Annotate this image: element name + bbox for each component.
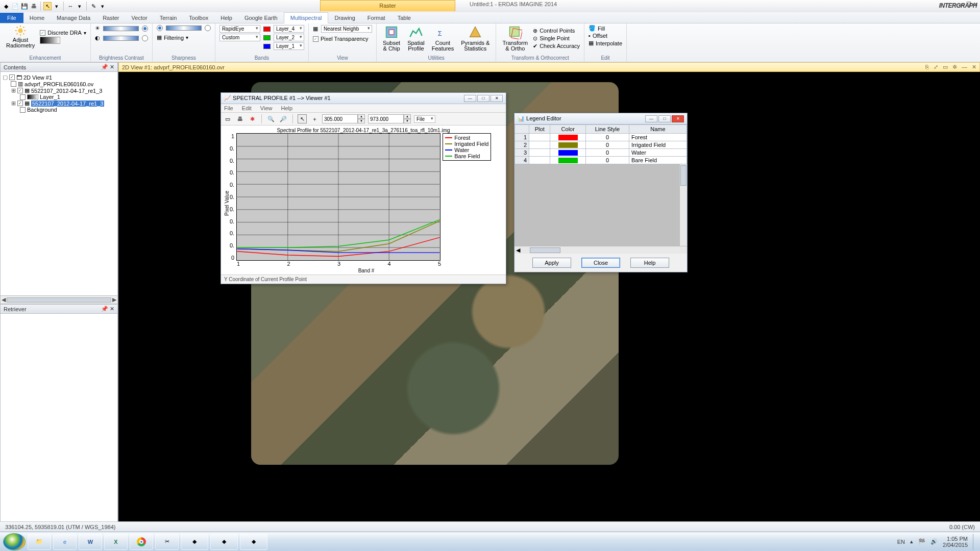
- tray-chevron-icon[interactable]: ▴: [910, 538, 913, 545]
- pin-icon[interactable]: 📌: [101, 306, 108, 312]
- x2-input[interactable]: [368, 114, 404, 123]
- sensor-dropdown[interactable]: RapidEye: [219, 25, 260, 33]
- tab-raster[interactable]: Raster: [96, 13, 125, 23]
- count-features-button[interactable]: ΣCount Features: [430, 25, 456, 52]
- gradient-icon[interactable]: [40, 37, 60, 44]
- measure-icon[interactable]: ↔: [66, 2, 75, 10]
- horizontal-scrollbar[interactable]: ◀: [514, 246, 687, 254]
- x1-spinner[interactable]: ▲▼: [322, 114, 365, 123]
- clock[interactable]: 1:05 PM2/04/2015: [943, 536, 968, 548]
- menu-view[interactable]: View: [260, 105, 273, 111]
- viewer-tool-icon[interactable]: ⎘: [925, 64, 929, 70]
- show-desktop-button[interactable]: [973, 534, 977, 550]
- legend-table[interactable]: Plot Color Line Style Name 10Forest20Irr…: [514, 124, 687, 164]
- x1-input[interactable]: [322, 114, 358, 123]
- tab-table[interactable]: Table: [391, 13, 417, 23]
- file-dropdown[interactable]: File: [414, 115, 435, 123]
- viewer-min-icon[interactable]: —: [962, 64, 967, 70]
- sharpness-radio-2[interactable]: [205, 25, 211, 31]
- tree-layer-1[interactable]: Layer_1: [2, 94, 116, 100]
- col-color[interactable]: Color: [550, 125, 586, 134]
- offset-button[interactable]: ▪Offset: [589, 33, 622, 39]
- close-button[interactable]: Close: [581, 258, 620, 268]
- adjust-radiometry-button[interactable]: Adjust Radiometry: [4, 25, 37, 48]
- ie-taskbar-icon[interactable]: e: [53, 534, 77, 550]
- tree-2d-view[interactable]: ▢✓🗔2D View #1: [2, 74, 116, 81]
- viewer-tool-icon[interactable]: ▭: [943, 64, 948, 70]
- tree-file-2[interactable]: ⊞✓▦5522107_2012-04-17_re1_3: [2, 87, 116, 94]
- tab-google-earth[interactable]: Google Earth: [238, 13, 284, 23]
- pointer-tool[interactable]: ↖: [298, 114, 307, 123]
- dropdown-icon[interactable]: ▾: [53, 2, 61, 10]
- check-accuracy-button[interactable]: ✔Check Accuracy: [533, 43, 580, 49]
- viewer-tool-icon[interactable]: ⤢: [934, 64, 938, 70]
- tab-format[interactable]: Format: [361, 13, 391, 23]
- zoom-out-icon[interactable]: 🔎: [279, 114, 288, 123]
- subset-chip-button[interactable]: Subset & Chip: [381, 25, 402, 52]
- menu-help[interactable]: Help: [281, 105, 293, 111]
- menu-file[interactable]: File: [224, 105, 233, 111]
- win-close-button[interactable]: ✕: [672, 115, 684, 122]
- chrome-taskbar-icon[interactable]: [130, 534, 153, 550]
- tab-drawing[interactable]: Drawing: [328, 13, 361, 23]
- vertical-scrollbar[interactable]: [679, 164, 687, 246]
- win-maximize-button[interactable]: □: [477, 95, 489, 102]
- viewer-settings-icon[interactable]: ✲: [952, 64, 957, 70]
- win-minimize-button[interactable]: —: [645, 115, 657, 122]
- spatial-profile-button[interactable]: Spatial Profile: [405, 25, 427, 52]
- legend-row[interactable]: 20Irrigated Field: [515, 141, 687, 149]
- tab-manage-data[interactable]: Manage Data: [51, 13, 96, 23]
- filtering-dropdown[interactable]: ▦Filtering ▾: [157, 34, 211, 41]
- sharpness-radio[interactable]: [157, 25, 163, 31]
- win-maximize-button[interactable]: □: [658, 115, 671, 122]
- zoom-in-icon[interactable]: 🔍: [266, 114, 276, 123]
- contents-hscroll[interactable]: ◀▶: [0, 296, 118, 304]
- pixel-transparency-checkbox[interactable]: ✓Pixel Transparency: [313, 36, 372, 42]
- language-indicator[interactable]: EN: [897, 539, 905, 545]
- tab-multispectral[interactable]: Multispectral: [284, 12, 329, 23]
- brightness-slider[interactable]: [103, 26, 139, 31]
- menu-edit[interactable]: Edit: [242, 105, 252, 111]
- spin-down-icon[interactable]: ▼: [404, 119, 411, 123]
- tree-file-1[interactable]: ▥advprf_PROFILE060160.ov: [2, 81, 116, 87]
- single-point-button[interactable]: ⊙Single Point: [533, 35, 580, 42]
- select-tool-icon[interactable]: ↖: [43, 2, 52, 10]
- fill-button[interactable]: 🪣Fill: [589, 25, 622, 32]
- brush-icon[interactable]: ✎: [89, 2, 97, 10]
- col-name[interactable]: Name: [629, 125, 687, 134]
- x2-spinner[interactable]: ▲▼: [368, 114, 411, 123]
- apply-button[interactable]: Apply: [532, 258, 571, 268]
- blue-band-dropdown[interactable]: Layer_1: [274, 42, 304, 50]
- sharpness-slider[interactable]: [166, 26, 202, 31]
- print-icon[interactable]: 🖶: [30, 2, 38, 10]
- print-icon[interactable]: 🖶: [235, 114, 244, 123]
- dropdown-icon[interactable]: ▾: [76, 2, 84, 10]
- volume-icon[interactable]: 🔊: [930, 538, 938, 545]
- viewer-close-icon[interactable]: ✕: [972, 64, 976, 70]
- snipping-taskbar-icon[interactable]: ✂: [155, 534, 179, 550]
- pyramids-stats-button[interactable]: Pyramids & Statistics: [459, 25, 492, 52]
- tab-home[interactable]: Home: [23, 13, 51, 23]
- word-taskbar-icon[interactable]: W: [79, 534, 102, 550]
- contrast-radio[interactable]: [142, 35, 148, 41]
- brightness-radio[interactable]: [142, 26, 148, 32]
- legend-row[interactable]: 10Forest: [515, 134, 687, 141]
- new-icon[interactable]: 📄: [11, 2, 19, 10]
- tab-terrain[interactable]: Terrain: [154, 13, 183, 23]
- tab-help[interactable]: Help: [214, 13, 238, 23]
- spin-up-icon[interactable]: ▲: [404, 114, 411, 119]
- resample-dropdown[interactable]: Nearest Neighb: [321, 25, 372, 33]
- target-icon[interactable]: ✱: [248, 114, 257, 123]
- close-panel-icon[interactable]: ✕: [110, 306, 114, 312]
- control-points-button[interactable]: ⊕Control Points: [533, 28, 580, 34]
- save-icon[interactable]: 💾: [20, 2, 29, 10]
- erdas-taskbar-icon-2[interactable]: ◆: [210, 534, 238, 550]
- legend-row[interactable]: 40Bare Field: [515, 157, 687, 164]
- spin-down-icon[interactable]: ▼: [358, 119, 365, 123]
- erdas-taskbar-icon[interactable]: ◆: [181, 534, 208, 550]
- legend-row[interactable]: 30Water: [515, 149, 687, 157]
- col-plot[interactable]: Plot: [529, 125, 550, 134]
- contrast-slider[interactable]: [103, 36, 139, 41]
- col-linestyle[interactable]: Line Style: [586, 125, 629, 134]
- tab-file[interactable]: File: [0, 13, 23, 23]
